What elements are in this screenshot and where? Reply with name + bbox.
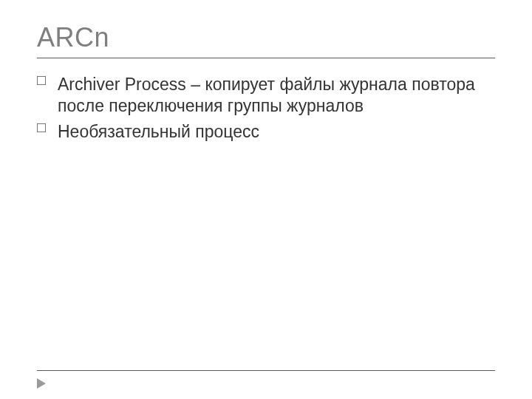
title-divider: [37, 58, 495, 58]
slide-title: ARCn: [37, 22, 495, 53]
footer-divider: [37, 370, 495, 371]
bullet-list: Archiver Process – копирует файлы журнал…: [37, 74, 495, 142]
title-block: ARCn: [37, 22, 495, 58]
list-item-text: Необязательный процесс: [58, 122, 259, 141]
list-item-text: Archiver Process – копирует файлы журнал…: [58, 75, 475, 115]
footer-arrow-icon: [37, 378, 46, 389]
list-item: Необязательный процесс: [37, 121, 495, 143]
slide: ARCn Archiver Process – копирует файлы ж…: [0, 0, 532, 399]
bullet-icon: [37, 123, 46, 132]
content-block: Archiver Process – копирует файлы журнал…: [37, 74, 495, 146]
list-item: Archiver Process – копирует файлы журнал…: [37, 74, 495, 117]
bullet-icon: [37, 76, 46, 85]
